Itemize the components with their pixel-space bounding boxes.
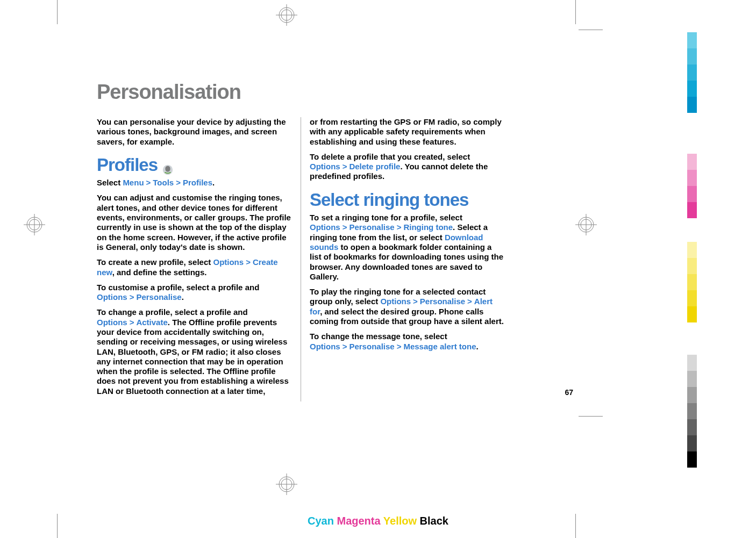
options-link: Options [310, 223, 340, 232]
profiles-heading-label: Profiles [97, 154, 158, 176]
personalise-link: Personalise [420, 297, 465, 306]
text: . The Offline profile prevents your devi… [97, 318, 289, 396]
separator: > [176, 178, 181, 187]
separator: > [343, 342, 347, 351]
options-link: Options [213, 257, 244, 267]
crop-mark [575, 514, 576, 538]
text: . [182, 292, 184, 302]
select-path: Select Menu>Tools>Profiles. [97, 178, 295, 188]
separator: > [397, 223, 402, 232]
crop-mark [57, 0, 58, 24]
registration-mark-icon [276, 474, 297, 495]
text: To create a new profile, select [97, 257, 213, 267]
separator: > [397, 342, 402, 351]
separator: > [343, 223, 347, 232]
ringing-heading: Select ringing tones [310, 189, 505, 211]
customise-desc: You can adjust and customise the ringing… [97, 193, 295, 252]
tools-link: Tools [153, 178, 174, 187]
personalise-link: Personalise [136, 292, 181, 302]
delete-profile-link: Delete profile [349, 162, 400, 171]
separator: > [146, 178, 151, 187]
color-bar [687, 154, 697, 218]
magenta-label: Magenta [337, 515, 380, 527]
separator: > [246, 257, 251, 267]
text: To delete a profile that you created, se… [310, 152, 470, 161]
options-link: Options [380, 297, 411, 306]
cmyk-footer: Cyan Magenta Yellow Black [308, 515, 448, 527]
text: . [212, 178, 215, 187]
menu-link: Menu [123, 178, 144, 187]
set-ringing: To set a ringing tone for a profile, sel… [310, 213, 505, 282]
text: . [476, 342, 478, 351]
personalise-link: Personalise [349, 223, 394, 232]
page-root: Personalisation You can personalise your… [0, 0, 756, 538]
text: , and select the desired group. Phone ca… [310, 307, 504, 326]
crop-mark [579, 416, 603, 417]
color-bar [687, 32, 697, 113]
text: To change a profile, select a profile an… [97, 307, 248, 317]
activate-link: Activate [136, 318, 167, 327]
cyan-label: Cyan [308, 515, 334, 527]
text: to open a bookmark folder containing a l… [310, 242, 503, 281]
customise-profile: To customise a profile, select a profile… [97, 283, 295, 303]
profiles-link: Profiles [183, 178, 212, 187]
intro-text: You can personalise your device by adjus… [97, 117, 295, 147]
column-left: You can personalise your device by adjus… [97, 117, 301, 401]
options-link: Options [97, 318, 127, 327]
delete-profile: To delete a profile that you created, se… [310, 152, 505, 182]
change-profile: To change a profile, select a profile an… [97, 307, 295, 396]
columns: You can personalise your device by adjus… [97, 117, 522, 401]
yellow-label: Yellow [383, 515, 417, 527]
crop-mark [57, 514, 58, 538]
column-right: or from restarting the GPS or FM radio, … [301, 117, 505, 401]
ringing-heading-label: Select ringing tones [310, 189, 468, 211]
play-ringing: To play the ringing tone for a selected … [310, 287, 505, 326]
color-bar [687, 355, 697, 468]
registration-mark-icon [575, 214, 597, 235]
text: To set a ringing tone for a profile, sel… [310, 213, 462, 222]
profiles-heading: Profiles [97, 154, 295, 176]
options-link: Options [310, 162, 340, 171]
continuation-text: or from restarting the GPS or FM radio, … [310, 117, 505, 147]
page-title: Personalisation [97, 81, 522, 104]
text: To change the message tone, select [310, 332, 447, 341]
separator: > [130, 292, 134, 302]
text: , and define the settings. [112, 268, 207, 277]
color-bar [687, 242, 697, 322]
separator: > [130, 318, 134, 327]
registration-mark-icon [24, 214, 45, 235]
separator: > [467, 297, 472, 306]
options-link: Options [97, 292, 127, 302]
text: To customise a profile, select a profile… [97, 283, 259, 292]
options-link: Options [310, 342, 340, 351]
text: Select [97, 178, 123, 187]
ringing-tone-link: Ringing tone [403, 223, 453, 232]
create-profile: To create a new profile, select Options>… [97, 257, 295, 277]
page-content: Personalisation You can personalise your… [97, 81, 522, 401]
registration-mark-icon [276, 4, 297, 26]
separator: > [413, 297, 418, 306]
separator: > [343, 162, 347, 171]
message-alert-tone-link: Message alert tone [403, 342, 476, 351]
change-message-tone: To change the message tone, select Optio… [310, 332, 505, 352]
crop-mark [579, 30, 603, 30]
profiles-icon [162, 159, 174, 171]
personalise-link: Personalise [349, 342, 394, 351]
crop-mark [575, 0, 576, 24]
page-number: 67 [565, 388, 573, 397]
black-label: Black [420, 515, 448, 527]
